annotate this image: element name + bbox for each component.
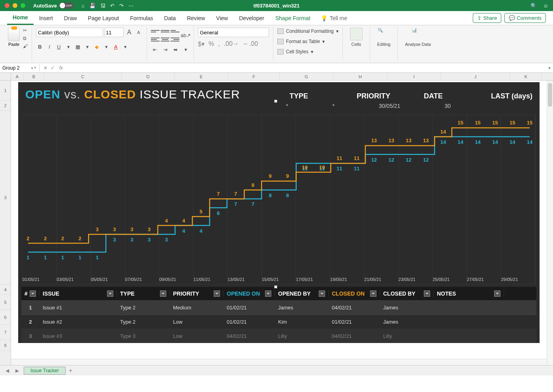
chart[interactable]: 1111133334467788111111111212121214141414… [22,115,536,285]
th-opened-by[interactable]: OPENED BY [275,290,329,297]
row-3[interactable]: 3 [0,111,11,285]
table-row[interactable]: 2Issue #2Type 2Low01/02/21Kim01/02/21Jam… [21,315,536,329]
tab-review[interactable]: Review [181,12,211,24]
selection-handle-icon[interactable] [274,285,277,288]
cell-styles-button[interactable]: Cell Styles▾ [277,49,313,55]
th-issue[interactable]: ISSUE [40,290,117,297]
font-family-select[interactable] [36,28,103,37]
align-center-icon[interactable] [161,36,169,43]
chevron-down-icon[interactable]: ▾ [83,43,91,51]
chevron-down-icon[interactable]: ▾ [64,43,72,51]
vertical-scrollbar[interactable] [547,81,553,365]
th-notes[interactable]: NOTES [434,290,504,297]
borders-icon[interactable]: ▦ [74,43,82,51]
align-top-icon[interactable] [151,28,160,35]
increase-font-icon[interactable]: A [125,28,133,36]
decrease-indent-icon[interactable]: ⇤ [151,45,159,53]
paste-button[interactable]: Paste [8,28,20,47]
filter-icon[interactable] [107,290,113,297]
autosave-toggle[interactable]: OFF [59,2,73,9]
share-button[interactable]: ⇪Share [473,13,501,23]
row-8[interactable]: 8 [0,340,11,351]
tab-developer[interactable]: Developer [233,12,270,24]
chevron-down-icon[interactable]: ▾ [121,43,129,51]
comments-button[interactable]: 💬Comments [504,13,546,23]
copy-icon[interactable]: ⧉ [23,36,28,41]
select-all-corner[interactable] [0,73,11,80]
align-right-icon[interactable] [171,36,179,43]
prev-sheet-icon[interactable]: ◀ [4,368,11,373]
font-color-icon[interactable]: A [112,43,120,51]
home-icon[interactable]: ⌂ [81,3,85,9]
percent-icon[interactable]: % [209,40,214,48]
add-sheet-icon[interactable]: + [69,367,72,374]
selection-handle-icon[interactable] [274,100,277,103]
analyse-data-button[interactable]: 📊Analyse Data [402,28,434,47]
window-close-icon[interactable] [5,3,9,8]
col-G[interactable]: G [280,73,333,80]
col-J[interactable]: J [441,73,510,80]
save-icon[interactable]: 💾 [89,3,96,9]
chevron-down-icon[interactable]: ▾ [182,45,190,53]
decrease-decimal-icon[interactable]: ←.00 [243,40,258,48]
number-format-select[interactable] [198,28,269,37]
align-middle-icon[interactable] [161,28,169,35]
cancel-formula-icon[interactable]: ✕ [43,65,47,71]
redo-icon[interactable]: ↷ [119,3,124,9]
sheet-tab[interactable]: Issue Tracker [24,367,66,375]
tab-view[interactable]: View [211,12,233,24]
currency-icon[interactable]: $▾ [198,40,205,48]
window-zoom-icon[interactable] [21,3,25,8]
filter-icon[interactable] [160,290,166,297]
th-opened-on[interactable]: OPENED ON [224,290,275,297]
tab-shape-format[interactable]: Shape Format [270,12,316,24]
account-icon[interactable]: ☺ [543,3,548,9]
filter-icon[interactable] [30,290,36,297]
enter-formula-icon[interactable]: ✓ [51,65,55,71]
scroll-thumb[interactable] [548,83,552,107]
cells-button[interactable]: Cells [347,28,366,47]
table-row[interactable]: 3Issue #3Type 3Low04/02/21Lilly04/02/21L… [21,329,536,343]
format-painter-icon[interactable]: 🖌 [23,43,28,49]
col-F[interactable]: F [228,73,280,80]
row-1[interactable]: 1 [0,81,11,100]
filter-icon[interactable] [319,290,325,297]
th-number[interactable]: # [21,290,40,297]
decrease-font-icon[interactable]: A [135,28,143,36]
row-5[interactable]: 5 [0,295,11,310]
tab-insert[interactable]: Insert [34,12,58,24]
increase-indent-icon[interactable]: ⇥ [161,45,169,53]
italic-button[interactable]: I [45,43,53,51]
th-priority[interactable]: PRIORITY [170,290,224,297]
increase-decimal-icon[interactable]: .00→ [224,40,239,48]
name-box[interactable]: Group 2▲▼ [0,64,40,72]
tab-data[interactable]: Data [159,12,182,24]
expand-formula-icon[interactable]: ▾ [546,65,553,71]
tab-layout[interactable]: Page Layout [83,12,125,24]
horizontal-scrollbar[interactable] [11,359,547,365]
conditional-formatting-button[interactable]: Conditional Formatting▾ [277,28,339,34]
fx-icon[interactable]: fx [59,65,63,71]
format-as-table-button[interactable]: Format as Table▾ [277,39,325,44]
next-sheet-icon[interactable]: ▶ [14,368,21,373]
cut-icon[interactable]: ✂ [23,28,28,33]
filter-icon[interactable] [214,290,220,297]
col-B[interactable]: B [24,73,44,80]
tab-home[interactable]: Home [7,11,34,25]
th-type[interactable]: TYPE [117,290,170,297]
save-as-icon[interactable]: 🖫 [100,3,105,9]
fill-color-icon[interactable]: ◆ [93,43,101,51]
tab-formulas[interactable]: Formulas [124,12,158,24]
row-4[interactable]: 4 [0,285,11,295]
comma-icon[interactable]: , [218,40,220,48]
tell-me[interactable]: 💡Tell me [321,15,347,21]
undo-icon[interactable]: ↶ [110,3,115,9]
bold-button[interactable]: B [36,43,44,51]
filter-icon[interactable] [494,290,500,297]
merge-icon[interactable]: ⬌ [171,45,179,53]
orientation-icon[interactable]: ab↗ [182,32,190,40]
row-2[interactable]: 2 [0,100,11,111]
col-E[interactable]: E [175,73,228,80]
editing-button[interactable]: 🔍Editing [374,28,394,47]
th-closed-on[interactable]: CLOSED ON [329,290,380,297]
